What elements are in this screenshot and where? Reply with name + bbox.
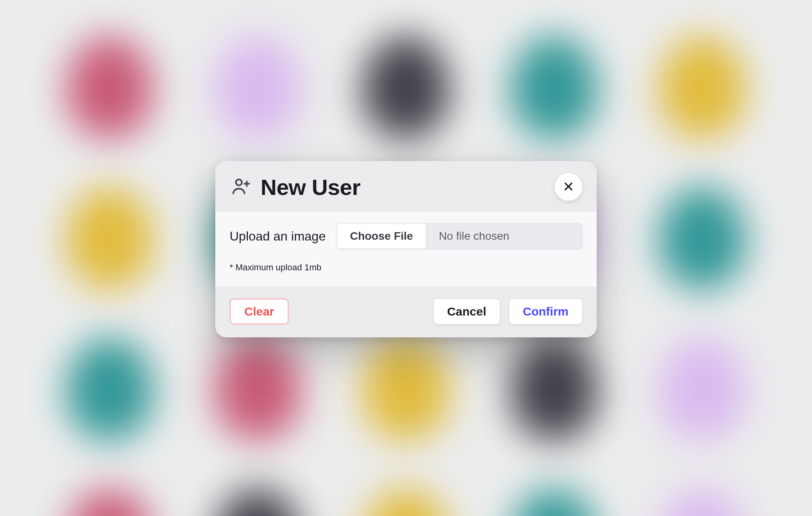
upload-row: Upload an image Choose File No file chos… xyxy=(230,223,582,249)
avatar-blob xyxy=(362,488,450,516)
file-input[interactable]: Choose File No file chosen xyxy=(337,223,582,249)
file-status: No file chosen xyxy=(426,224,582,248)
avatar-blob xyxy=(510,488,598,516)
avatar-blob xyxy=(659,36,746,139)
avatar-blob xyxy=(214,337,302,441)
clear-button[interactable]: Clear xyxy=(230,298,289,325)
avatar-blob xyxy=(66,337,153,441)
choose-file-button[interactable]: Choose File xyxy=(337,224,426,248)
avatar-blob xyxy=(510,36,598,139)
avatar-blob xyxy=(66,36,153,139)
user-plus-icon xyxy=(230,175,252,199)
modal-title: New User xyxy=(261,174,555,200)
upload-label: Upload an image xyxy=(230,229,326,243)
avatar-blob xyxy=(362,36,450,139)
avatar-blob xyxy=(510,337,598,441)
modal-footer: Clear Cancel Confirm xyxy=(215,287,597,337)
avatar-blob xyxy=(214,36,302,139)
avatar-blob xyxy=(659,488,746,516)
cancel-button[interactable]: Cancel xyxy=(433,298,500,325)
avatar-blob xyxy=(66,488,153,516)
modal-body: Upload an image Choose File No file chos… xyxy=(215,211,597,287)
avatar-blob xyxy=(66,187,153,290)
avatar-blob xyxy=(659,187,746,290)
avatar-blob xyxy=(362,337,450,441)
upload-hint: * Maximum upload 1mb xyxy=(230,259,582,283)
confirm-button[interactable]: Confirm xyxy=(509,298,582,325)
close-button[interactable] xyxy=(555,173,582,201)
avatar-blob xyxy=(659,337,746,441)
svg-point-0 xyxy=(236,179,242,185)
avatar-blob xyxy=(214,488,302,516)
close-icon xyxy=(563,181,574,193)
new-user-modal: New User Upload an image Choose File No … xyxy=(215,161,597,337)
modal-header: New User xyxy=(215,161,597,211)
